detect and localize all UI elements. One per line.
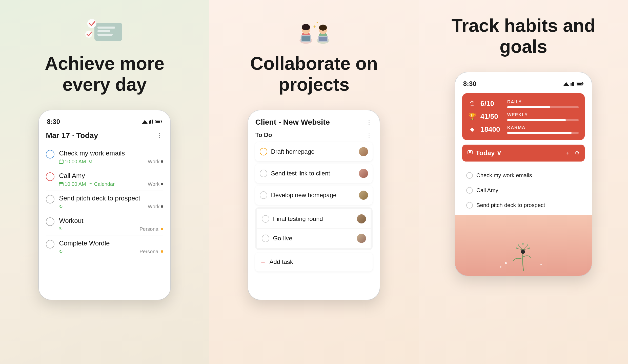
today-header: Mar 17 · Today ⋮: [46, 131, 163, 140]
project-title: Client - New Website: [255, 118, 330, 126]
repeat-icon-3: ↻: [59, 204, 63, 209]
section-more-menu[interactable]: ⋮: [366, 131, 373, 139]
svg-rect-7: [149, 121, 150, 124]
task-item-call-amy[interactable]: Call Amy 10:00 AM Calendar Work: [46, 168, 163, 191]
svg-point-53: [529, 247, 530, 249]
stat-bar-bg-weekly: [507, 119, 579, 121]
stat-label-col-daily: DAILY: [507, 99, 579, 108]
svg-point-45: [521, 250, 525, 254]
stat-label-daily: DAILY: [507, 99, 579, 105]
task-meta-4: ↻ Personal: [59, 226, 163, 232]
svg-rect-11: [161, 121, 162, 122]
task-circle-2[interactable]: [46, 172, 54, 181]
task-tag-4: Personal: [139, 226, 163, 232]
stat-label-weekly: WEEKLY: [507, 112, 579, 118]
project-task-golive[interactable]: Go-live: [257, 229, 371, 248]
task-meta-3: ↻ Work: [59, 204, 163, 210]
stat-bar-fill-daily: [507, 106, 550, 108]
project-task-develop-homepage[interactable]: Develop new homepage: [255, 186, 373, 205]
today-task-pitch-deck[interactable]: Send pitch deck to prospect: [466, 198, 581, 213]
panel-collaborate: ✦ ✦ Collaborate on projects Client - New…: [209, 0, 419, 364]
stat-icon-trophy: 🏆: [468, 113, 476, 121]
panel-achieve: Achieve more every day 8:30 Mar 17 · Tod…: [0, 0, 209, 364]
project-task-circle-4[interactable]: [262, 215, 269, 223]
project-more-menu[interactable]: ⋮: [366, 119, 373, 126]
task-circle-3[interactable]: [46, 195, 54, 203]
todo-section-header: To Do ⋮: [255, 131, 373, 139]
today-date-label: Mar 17 · Today: [46, 131, 98, 140]
today-section-actions: ＋ ⚙: [565, 149, 580, 157]
phone-time: 8:30: [47, 118, 60, 126]
project-task-circle-2[interactable]: [260, 170, 267, 177]
svg-rect-38: [573, 82, 574, 86]
project-task-circle-5[interactable]: [262, 235, 269, 242]
avatar-3: [359, 191, 368, 200]
section-title-todo: To Do: [255, 131, 272, 139]
add-task-button[interactable]: ＋ Add task: [255, 253, 373, 271]
task-item-pitch-deck[interactable]: Send pitch deck to prospect ↻ Work: [46, 191, 163, 213]
add-task-icon-bar[interactable]: ＋: [565, 149, 571, 157]
project-task-title-2: Send test link to client: [271, 170, 355, 177]
avatar-2: [359, 169, 368, 178]
task-item-check-emails[interactable]: Check my work emails 10:00 AM ↻ Work: [46, 146, 163, 168]
svg-rect-37: [572, 82, 573, 86]
svg-point-55: [516, 247, 517, 249]
status-icons-3: [563, 82, 584, 86]
task-title-2: Call Amy: [59, 172, 163, 180]
avatar-4: [357, 214, 366, 223]
task-circle-4[interactable]: [46, 217, 54, 226]
stat-value-daily: 6/10: [480, 100, 503, 108]
stat-row-weekly: 🏆 41/50 WEEKLY: [468, 112, 579, 121]
panel1-illustration: [82, 15, 127, 46]
repeat-icon-4: ↻: [59, 226, 63, 232]
project-task-title-4: Final testing round: [273, 215, 353, 222]
stat-label-col-karma: KARMA: [507, 125, 579, 134]
task-tag-3: Work: [148, 204, 163, 210]
task-title-4: Workout: [59, 217, 163, 225]
task-item-workout[interactable]: Workout ↻ Personal: [46, 213, 163, 236]
project-task-title-3: Develop new homepage: [271, 192, 355, 199]
panel-track: Track habits and goals 8:30 ⏱: [419, 0, 628, 364]
phone-time-3: 8:30: [463, 80, 476, 88]
task-content-3: Send pitch deck to prospect ↻ Work: [59, 194, 163, 210]
project-task-circle-1[interactable]: [260, 148, 267, 155]
today-task-circle-1[interactable]: [466, 172, 473, 179]
project-task-circle-3[interactable]: [260, 191, 267, 199]
svg-point-57: [540, 264, 542, 265]
panel2-phone: Client - New Website ⋮ To Do ⋮ Draft hom…: [248, 110, 380, 300]
svg-point-5: [85, 31, 92, 38]
project-task-title-5: Go-live: [273, 235, 353, 242]
today-task-emails[interactable]: Check my work emails: [466, 168, 581, 183]
task-circle-5[interactable]: [46, 240, 54, 248]
stat-label-karma: KARMA: [507, 125, 579, 130]
panel2-illustration: ✦ ✦: [291, 15, 337, 46]
today-task-text-3: Send pitch deck to prospect: [476, 202, 545, 209]
task-title-3: Send pitch deck to prospect: [59, 194, 163, 202]
avatar-1: [359, 147, 368, 156]
task-title-5: Complete Wordle: [59, 239, 163, 247]
add-task-icon: ＋: [260, 258, 266, 266]
project-task-draft-homepage[interactable]: Draft homepage: [255, 142, 373, 161]
task-title-1: Check my work emails: [59, 149, 163, 157]
project-task-final-testing[interactable]: Final testing round: [257, 209, 371, 229]
repeat-icon-1: ↻: [89, 159, 92, 164]
settings-icon-bar[interactable]: ⚙: [575, 150, 580, 156]
svg-rect-12: [156, 121, 160, 123]
task-content-1: Check my work emails 10:00 AM ↻ Work: [59, 149, 163, 165]
project-task-send-test-link[interactable]: Send test link to client: [255, 164, 373, 183]
more-menu-button[interactable]: ⋮: [157, 132, 163, 139]
svg-rect-36: [571, 83, 572, 86]
today-task-circle-3[interactable]: [466, 202, 473, 209]
svg-point-56: [505, 262, 507, 264]
today-section-bar: Today ∨ ＋ ⚙: [462, 145, 585, 162]
panel3-phone: 8:30 ⏱ 6/10 DAILY: [455, 72, 592, 276]
today-task-circle-2[interactable]: [466, 187, 473, 194]
task-tag-2: Work: [148, 181, 163, 187]
today-task-call-amy[interactable]: Call Amy: [466, 183, 581, 198]
svg-rect-41: [577, 83, 582, 85]
svg-rect-9: [152, 120, 153, 124]
task-item-wordle[interactable]: Complete Wordle ↻ Personal: [46, 236, 163, 258]
svg-rect-32: [319, 37, 327, 41]
task-circle-1[interactable]: [46, 150, 54, 158]
today-section-label: Today ∨: [476, 149, 562, 157]
